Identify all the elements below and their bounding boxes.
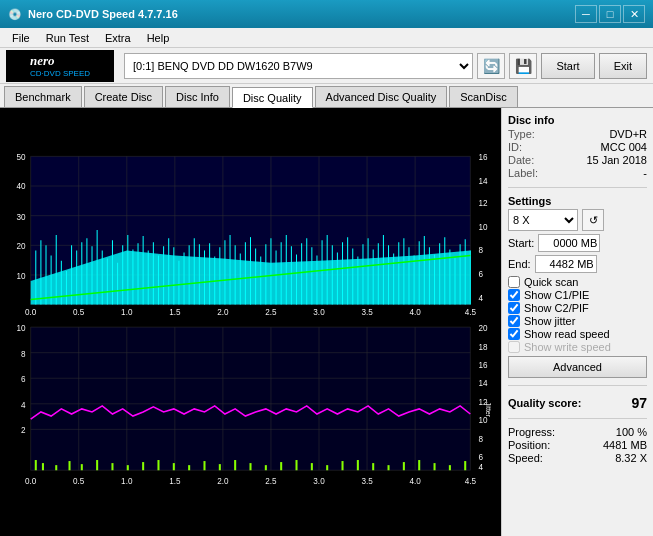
position-label: Position: [508, 439, 550, 451]
advanced-button[interactable]: Advanced [508, 356, 647, 378]
svg-text:1.5: 1.5 [169, 477, 181, 486]
tab-advanced-disc-quality[interactable]: Advanced Disc Quality [315, 86, 448, 107]
svg-text:6: 6 [479, 453, 484, 462]
svg-text:0.5: 0.5 [73, 308, 85, 317]
svg-text:4: 4 [21, 401, 26, 410]
svg-text:50: 50 [16, 153, 26, 162]
svg-text:3.5: 3.5 [361, 308, 373, 317]
menu-run-test[interactable]: Run Test [38, 30, 97, 46]
svg-text:8: 8 [479, 246, 484, 255]
end-mb-row: End: [508, 255, 647, 273]
disc-type-label: Type: [508, 128, 548, 140]
save-button[interactable]: 💾 [509, 53, 537, 79]
show-jitter-checkbox[interactable] [508, 315, 520, 327]
svg-text:1.0: 1.0 [121, 477, 133, 486]
menu-help[interactable]: Help [139, 30, 178, 46]
disc-id-label: ID: [508, 141, 548, 153]
svg-text:16: 16 [479, 153, 489, 162]
progress-row: Progress: 100 % [508, 426, 647, 438]
show-write-speed-label: Show write speed [524, 341, 611, 353]
settings-section: Settings 8 X Max 4 X 12 X ↺ Start: End: [508, 195, 647, 378]
svg-text:30: 30 [16, 213, 26, 222]
svg-text:2: 2 [21, 426, 26, 435]
disc-label-row: Label: - [508, 167, 647, 179]
divider-2 [508, 385, 647, 386]
svg-text:14: 14 [479, 177, 489, 186]
refresh-button[interactable]: 🔄 [477, 53, 505, 79]
start-button[interactable]: Start [541, 53, 594, 79]
chart-svg: 50 40 30 20 10 16 14 12 10 8 6 4 0.0 0.5… [0, 108, 501, 536]
quality-score-label: Quality score: [508, 397, 581, 409]
show-c1-checkbox[interactable] [508, 289, 520, 301]
svg-text:6: 6 [479, 270, 484, 279]
svg-text:10: 10 [16, 324, 26, 333]
start-label: Start: [508, 237, 534, 249]
app-title: Nero CD-DVD Speed 4.7.7.16 [28, 8, 178, 20]
show-write-speed-checkbox[interactable] [508, 341, 520, 353]
tab-benchmark[interactable]: Benchmark [4, 86, 82, 107]
svg-text:4: 4 [479, 463, 484, 472]
svg-text:1.0: 1.0 [121, 308, 133, 317]
maximize-button[interactable]: □ [599, 5, 621, 23]
tab-scandisc[interactable]: ScanDisc [449, 86, 517, 107]
right-panel: Disc info Type: DVD+R ID: MCC 004 Date: … [501, 108, 653, 536]
show-c2-checkbox[interactable] [508, 302, 520, 314]
show-read-speed-checkbox[interactable] [508, 328, 520, 340]
menu-extra[interactable]: Extra [97, 30, 139, 46]
svg-text:8: 8 [21, 350, 26, 359]
svg-text:8: 8 [479, 435, 484, 444]
app-icon: 💿 [8, 8, 22, 21]
nero-logo: nero CD·DVD SPEED [6, 50, 114, 82]
disc-label-label: Label: [508, 167, 548, 179]
disc-date-value: 15 Jan 2018 [586, 154, 647, 166]
end-mb-input[interactable] [535, 255, 597, 273]
disc-label-value: - [643, 167, 647, 179]
svg-text:0.0: 0.0 [25, 308, 37, 317]
menu-file[interactable]: File [4, 30, 38, 46]
svg-text:14: 14 [479, 379, 489, 388]
drive-select[interactable]: [0:1] BENQ DVD DD DW1620 B7W9 [124, 53, 473, 79]
show-jitter-row: Show jitter [508, 315, 647, 327]
quick-scan-row: Quick scan [508, 276, 647, 288]
quick-scan-checkbox[interactable] [508, 276, 520, 288]
svg-text:2.0: 2.0 [217, 308, 229, 317]
title-bar-left: 💿 Nero CD-DVD Speed 4.7.7.16 [8, 8, 178, 21]
progress-section: Progress: 100 % Position: 4481 MB Speed:… [508, 426, 647, 465]
svg-text:0.0: 0.0 [25, 477, 37, 486]
quality-score-row: Quality score: 97 [508, 395, 647, 411]
show-c2-row: Show C2/PIF [508, 302, 647, 314]
close-button[interactable]: ✕ [623, 5, 645, 23]
svg-text:6: 6 [21, 375, 26, 384]
svg-text:18: 18 [479, 343, 489, 352]
start-mb-input[interactable] [538, 234, 600, 252]
settings-apply-button[interactable]: ↺ [582, 209, 604, 231]
svg-rect-128 [31, 327, 471, 470]
speed-select[interactable]: 8 X Max 4 X 12 X [508, 209, 578, 231]
show-read-speed-label: Show read speed [524, 328, 610, 340]
svg-text:4.0: 4.0 [409, 308, 421, 317]
exit-button[interactable]: Exit [599, 53, 647, 79]
svg-text:4: 4 [479, 294, 484, 303]
svg-text:2.5: 2.5 [265, 308, 277, 317]
svg-text:1.5: 1.5 [169, 308, 181, 317]
divider-1 [508, 187, 647, 188]
svg-text:Jitter: Jitter [484, 402, 492, 418]
minimize-button[interactable]: ─ [575, 5, 597, 23]
tab-create-disc[interactable]: Create Disc [84, 86, 163, 107]
show-c2-label: Show C2/PIF [524, 302, 589, 314]
progress-label: Progress: [508, 426, 555, 438]
disc-id-row: ID: MCC 004 [508, 141, 647, 153]
start-mb-row: Start: [508, 234, 647, 252]
show-c1-row: Show C1/PIE [508, 289, 647, 301]
tab-disc-info[interactable]: Disc Info [165, 86, 230, 107]
svg-text:2.0: 2.0 [217, 477, 229, 486]
title-bar: 💿 Nero CD-DVD Speed 4.7.7.16 ─ □ ✕ [0, 0, 653, 28]
tab-disc-quality[interactable]: Disc Quality [232, 87, 313, 108]
svg-text:40: 40 [16, 182, 26, 191]
speed-row: 8 X Max 4 X 12 X ↺ [508, 209, 647, 231]
svg-text:3.0: 3.0 [313, 308, 325, 317]
svg-text:4.5: 4.5 [465, 308, 477, 317]
progress-value: 100 % [616, 426, 647, 438]
tab-bar: Benchmark Create Disc Disc Info Disc Qua… [0, 84, 653, 108]
title-bar-controls: ─ □ ✕ [575, 5, 645, 23]
